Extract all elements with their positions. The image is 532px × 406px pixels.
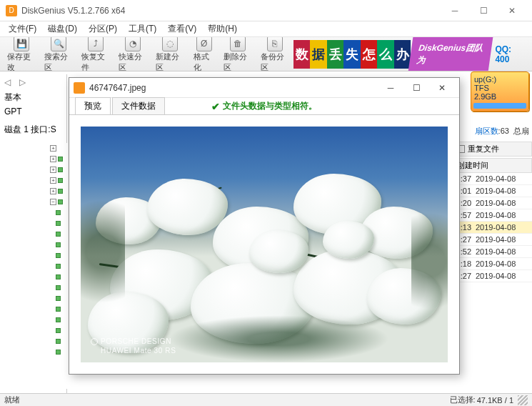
table-row[interactable]: :522019-04-08	[453, 246, 532, 258]
column-ctime[interactable]: 创建时间	[453, 158, 532, 173]
column-dup[interactable]: 重复文件	[453, 142, 532, 157]
watermark-line1: PORSCHE DESIGN	[101, 337, 171, 345]
resize-grip-icon[interactable]	[518, 395, 528, 405]
table-row[interactable]: :272019-04-08	[453, 234, 532, 246]
recover-files-button[interactable]: ⤴恢复文件	[77, 37, 114, 71]
preview-titlebar[interactable]: 46747647.jpeg ─ ☐ ✕	[69, 78, 459, 98]
cell-date: 2019-04-08	[473, 209, 532, 221]
save-button[interactable]: 💾保存更改	[3, 37, 40, 71]
tree-node-icon	[56, 274, 61, 279]
close-button[interactable]: ✕	[498, 1, 526, 21]
ctime-label: 创建时间	[457, 160, 488, 171]
toolbar: 💾保存更改 🔍搜索分区 ⤴恢复文件 ◔快速分区 ◌新建分区 Ø格式化 🗑删除分区…	[0, 37, 532, 71]
watermark-ring-icon	[91, 338, 98, 345]
table-row[interactable]: :272019-04-08	[453, 270, 532, 282]
label-basic: 基本	[4, 91, 62, 104]
nav-fwd-icon[interactable]: ▷	[19, 77, 26, 87]
maximize-button[interactable]: ☐	[469, 1, 498, 21]
recover-label: 恢复文件	[81, 51, 110, 72]
tree-gutter: + + + + + −	[46, 143, 67, 389]
cell-date: 2019-04-08	[473, 222, 532, 233]
preview-body: PORSCHE DESIGN HUAWEI Mate 30 RS	[69, 115, 459, 374]
delete-partition-button[interactable]: 🗑删除分区	[219, 37, 256, 71]
new-label: 新建分区	[156, 51, 184, 72]
tree-expand-icon[interactable]: +	[50, 188, 56, 194]
new-partition-button[interactable]: ◌新建分区	[151, 37, 189, 71]
partition-usage-bar	[473, 103, 526, 109]
search-partition-button[interactable]: 🔍搜索分区	[40, 37, 77, 71]
partition-fs: TFS	[474, 84, 526, 92]
table-row[interactable]: :572019-04-08	[453, 209, 532, 222]
table-row[interactable]: :132019-04-08	[453, 222, 532, 234]
nav-back-icon[interactable]: ◁	[4, 77, 11, 87]
sector-tail: 总扇	[513, 127, 529, 135]
menu-file[interactable]: 文件(F)	[3, 21, 42, 36]
banner-char-1: 数	[293, 40, 310, 69]
sector-info: 扇区数:63 总扇	[475, 126, 529, 137]
tree-node-icon	[56, 242, 61, 247]
preview-close-button[interactable]: ✕	[429, 79, 455, 96]
preview-minimize-button[interactable]: ─	[378, 79, 403, 96]
backup-label: 备份分区	[261, 51, 289, 72]
format-label: 格式化	[194, 51, 215, 72]
delete-label: 删除分区	[224, 51, 252, 72]
cell-date: 2019-04-08	[473, 258, 532, 269]
cell-date: 2019-04-08	[473, 234, 532, 245]
menu-partition[interactable]: 分区(P)	[83, 21, 123, 36]
tree-node-icon	[56, 221, 61, 226]
tab-filedata[interactable]: 文件数据	[112, 97, 165, 114]
image-watermark: PORSCHE DESIGN HUAWEI Mate 30 RS	[91, 337, 176, 355]
menu-tools[interactable]: 工具(T)	[123, 21, 162, 36]
tab-preview[interactable]: 预览	[75, 97, 111, 114]
banner-char-3: 丢	[327, 40, 343, 69]
statusbar: 就绪 已选择: 47.1KB / 1	[0, 393, 532, 406]
backup-partition-button[interactable]: ⎘备份分区	[256, 37, 293, 71]
partition-graphic[interactable]: up(G:) TFS 2.9GB	[471, 71, 529, 112]
preview-maximize-button[interactable]: ☐	[403, 79, 429, 96]
tree-node-icon	[58, 157, 63, 162]
menubar: 文件(F) 磁盘(D) 分区(P) 工具(T) 查看(V) 帮助(H)	[0, 21, 532, 37]
tree-node-icon	[56, 296, 61, 301]
tree-expand-icon[interactable]: +	[50, 145, 56, 152]
delete-icon: 🗑	[230, 37, 246, 51]
menu-view[interactable]: 查看(V)	[162, 21, 202, 36]
tree-expand-icon[interactable]: +	[50, 167, 56, 173]
partition-size: 2.9GB	[474, 92, 526, 101]
format-icon: Ø	[196, 37, 212, 51]
status-ready: 就绪	[4, 395, 20, 405]
table-row[interactable]: :372019-04-08	[453, 173, 532, 185]
label-gpt: GPT	[4, 107, 62, 117]
quick-label: 快速分区	[119, 51, 147, 72]
format-button[interactable]: Ø格式化	[189, 37, 219, 71]
recover-icon: ⤴	[88, 37, 104, 51]
banner-char-7: 办	[394, 40, 411, 69]
qq-contact: QQ: 400	[491, 44, 529, 64]
partition-name: up(G:)	[474, 75, 526, 84]
tree-collapse-icon[interactable]: −	[50, 199, 56, 205]
tree-node-icon	[56, 328, 61, 333]
preview-image: PORSCHE DESIGN HUAWEI Mate 30 RS	[81, 127, 448, 362]
quick-partition-button[interactable]: ◔快速分区	[114, 37, 151, 71]
cell-date: 2019-04-08	[473, 185, 532, 197]
team-ribbon: DiskGenius团队为	[408, 37, 493, 71]
cell-date: 2019-04-08	[473, 173, 532, 184]
promo-banner: 数 据 丢 失 怎 么 办 DiskGenius团队为 QQ: 400	[293, 37, 529, 71]
search-icon: 🔍	[51, 37, 66, 51]
table-row[interactable]: :182019-04-08	[453, 258, 532, 270]
preview-app-icon	[74, 82, 85, 94]
tree-expand-icon[interactable]: +	[50, 156, 56, 162]
tree-expand-icon[interactable]: +	[50, 177, 56, 184]
header-match-status: ✔文件头数据与类型相符。	[211, 100, 317, 112]
table-row[interactable]: :012019-04-08	[453, 185, 532, 197]
menu-disk[interactable]: 磁盘(D)	[42, 21, 83, 36]
banner-char-4: 失	[343, 40, 360, 69]
menu-help[interactable]: 帮助(H)	[202, 21, 243, 36]
watermark-line2: HUAWEI Mate 30 RS	[101, 347, 176, 355]
tree-node-icon	[58, 189, 63, 194]
tree-node-icon	[56, 253, 61, 258]
status-text: 文件头数据与类型相符。	[223, 100, 317, 112]
preview-window: 46747647.jpeg ─ ☐ ✕ 预览 文件数据 ✔文件头数据与类型相符。	[69, 77, 460, 375]
table-row[interactable]: :202019-04-08	[453, 197, 532, 209]
minimize-button[interactable]: ─	[441, 1, 469, 21]
tree-node-icon	[56, 339, 61, 344]
